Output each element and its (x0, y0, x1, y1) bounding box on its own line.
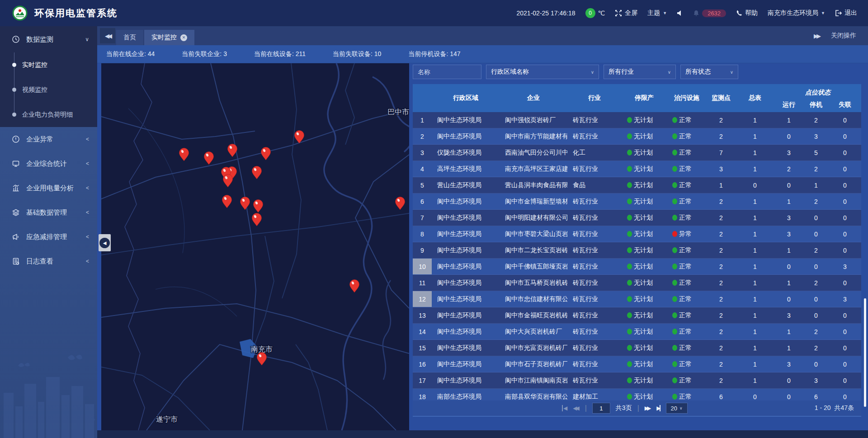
cell-region: 南部生态环境局 (432, 389, 500, 401)
cell-lost: 0 (829, 112, 861, 128)
next-page-button[interactable]: ▶▶ (645, 405, 651, 411)
table-body: 1阆中生态环境局阆中强锐页岩砖厂砖瓦行业无计划正常211202阆中生态环境局阆中… (413, 112, 861, 401)
name-filter-input[interactable] (418, 68, 476, 75)
map-panel[interactable]: 巴中市南充市遂宁市 ◀ (101, 63, 409, 430)
cell-points: 2 (707, 210, 736, 226)
name-filter[interactable] (413, 65, 481, 79)
group-subheaders: 运行停机失联 (774, 98, 861, 112)
sidebar-item-企业综合统计[interactable]: 企业综合统计< (0, 151, 97, 176)
cell-company: 阆中市江南镇阆南页岩 (500, 372, 567, 388)
sidebar-item-基础数据管理[interactable]: 基础数据管理< (0, 200, 97, 225)
table-row[interactable]: 8阆中生态环境局阆中市枣碧大梁山页岩砖瓦行业无计划异常21300 (413, 226, 861, 242)
table-row[interactable]: 7阆中生态环境局阆中明阳建材有限公司砖瓦行业无计划正常21300 (413, 210, 861, 226)
industry-filter-select[interactable]: 所有行业∨ (604, 65, 676, 79)
table-row[interactable]: 12阆中生态环境局阆中市忠信建材有限公砖瓦行业无计划正常21003 (413, 291, 861, 307)
table-row[interactable]: 4高坪生态环境局南充市高坪区王家店建砖瓦行业无计划正常31220 (413, 161, 861, 177)
sidebar-item-日志查看[interactable]: 日志查看< (0, 249, 97, 273)
logout-button[interactable]: 退出 (835, 9, 857, 17)
table-row[interactable]: 17阆中生态环境局阆中市江南镇阆南页岩砖瓦行业无计划正常21030 (413, 372, 861, 389)
tab-首页[interactable]: 首页 (116, 30, 143, 45)
table-row[interactable]: 15阆中生态环境局阆中市光富页岩机砖厂砖瓦行业无计划正常21120 (413, 340, 861, 356)
cell-lost: 0 (829, 389, 861, 401)
cell-stop: 2 (803, 193, 829, 209)
cell-region: 阆中生态环境局 (432, 259, 500, 274)
table-row[interactable]: 13阆中生态环境局阆中市金福旺页岩机砖砖瓦行业无计划正常21300 (413, 307, 861, 324)
tabs-scroll-right-button[interactable]: ▶▶ (814, 33, 819, 39)
table-row[interactable]: 3仪陇生态环境局西南油气田分公司川中化工无计划正常71350 (413, 145, 861, 161)
region-filter-select[interactable]: 行政区域名称∨ (486, 65, 599, 79)
notifications[interactable]: 2632 (693, 9, 726, 17)
cell-industry: 建材加工 (567, 389, 622, 401)
tab-实时监控[interactable]: 实时监控✕ (144, 30, 194, 45)
vertical-scrollbar[interactable] (864, 298, 866, 407)
cell-stop: 5 (803, 145, 829, 160)
cell-points: 6 (707, 389, 736, 401)
announcement-toggle[interactable] (677, 10, 683, 16)
cell-company: 阆中市南方节能建材有 (500, 128, 567, 144)
map-collapse-button[interactable]: ◀ (99, 234, 111, 251)
table-row[interactable]: 5营山生态环境局营山县润丰肉食品有限食品无计划正常10010 (413, 177, 861, 193)
cell-run: 1 (774, 324, 803, 339)
status-dot-icon (672, 150, 677, 155)
map-canvas[interactable]: 巴中市南充市遂宁市 (101, 63, 409, 430)
table-row[interactable]: 6阆中生态环境局阆中市金博瑞新型墙材砖瓦行业无计划正常21120 (413, 193, 861, 210)
table-row[interactable]: 2阆中生态环境局阆中市南方节能建材有砖瓦行业无计划正常21030 (413, 128, 861, 145)
cell-industry: 砖瓦行业 (567, 340, 622, 356)
cell-lost: 0 (829, 210, 861, 226)
sidebar-item-企业用电量分析[interactable]: 企业用电量分析< (0, 176, 97, 200)
table-row[interactable]: 9阆中生态环境局阆中市二龙长宝页岩砖砖瓦行业无计划正常21120 (413, 242, 861, 259)
first-page-button[interactable]: ◀ (562, 405, 567, 411)
column-header-企业[interactable]: 企业 (500, 84, 567, 112)
sidebar-subitem-企业电力负荷明细[interactable]: 企业电力负荷明细 (0, 102, 97, 127)
org-dropdown[interactable]: 南充市生态环境局▼ (768, 9, 825, 17)
help-button[interactable]: 帮助 (736, 9, 758, 17)
status-dot-icon (672, 312, 677, 318)
prev-page-button[interactable]: ◀◀ (573, 405, 579, 411)
cell-points: 2 (707, 242, 736, 258)
column-header-停机[interactable]: 停机 (803, 98, 829, 112)
column-header-治污设施[interactable]: 治污设施 (667, 84, 707, 112)
status-dot-icon (672, 296, 677, 302)
close-icon[interactable]: ✕ (180, 34, 187, 41)
column-header-失联[interactable]: 失联 (829, 98, 861, 112)
cell-points: 2 (707, 356, 736, 372)
page-size-select[interactable]: 20∨ (666, 403, 688, 414)
stat-当前停机设备: 当前停机设备: 147 (408, 50, 460, 58)
column-header-行业[interactable]: 行业 (567, 84, 622, 112)
table-row[interactable]: 14阆中生态环境局阆中大兴页岩机砖厂砖瓦行业无计划正常21120 (413, 324, 861, 340)
close-operations-button[interactable]: 关闭操作 (831, 32, 856, 40)
cell-company: 阆中千佛镇五郎垭页岩 (500, 259, 567, 274)
column-header-停限产[interactable]: 停限产 (622, 84, 667, 112)
sidebar-item-应急减排管理[interactable]: 应急减排管理< (0, 225, 97, 249)
chevron-down-icon: ∨ (679, 406, 683, 410)
tabs-scroll-left-button[interactable]: ◀◀ (100, 28, 115, 43)
column-header-运行[interactable]: 运行 (774, 98, 803, 112)
pagination-controls: ◀ ◀◀ | 共3页 | ▶▶ ▶ 20∨ (562, 403, 688, 414)
table-row[interactable]: 1阆中生态环境局阆中强锐页岩砖厂砖瓦行业无计划正常21120 (413, 112, 861, 128)
table-row[interactable]: 11阆中生态环境局阆中市五马桥页岩机砖砖瓦行业无计划正常21120 (413, 275, 861, 291)
cell-limit: 无计划 (622, 372, 667, 388)
sidebar-item-企业异常[interactable]: 企业异常< (0, 127, 97, 151)
sidebar-item-数据监测[interactable]: 数据监测∨ (0, 26, 97, 52)
fullscreen-button[interactable]: 全屏 (615, 9, 637, 17)
notification-badge: 2632 (702, 9, 726, 17)
page-number-input[interactable] (592, 403, 610, 414)
last-page-button[interactable]: ▶ (656, 405, 660, 411)
table-row[interactable]: 16阆中生态环境局阆中市石子页岩机砖厂砖瓦行业无计划正常21300 (413, 356, 861, 372)
status-dot-icon (627, 394, 632, 400)
cell-points: 1 (707, 177, 736, 193)
sidebar-subitem-视频监控[interactable]: 视频监控 (0, 77, 97, 102)
theme-dropdown[interactable]: 主题▼ (647, 9, 667, 17)
cell-industry: 砖瓦行业 (567, 226, 622, 242)
sidebar-subitem-实时监控[interactable]: 实时监控 (0, 52, 97, 77)
status-filter-select[interactable]: 所有状态∨ (680, 65, 738, 79)
cell-region: 阆中生态环境局 (432, 112, 500, 128)
column-header-总表[interactable]: 总表 (736, 84, 774, 112)
cell-lost: 0 (829, 324, 861, 339)
column-header-行政区域[interactable]: 行政区域 (432, 84, 500, 112)
cell-meters: 1 (736, 291, 774, 307)
table-row[interactable]: 10阆中生态环境局阆中千佛镇五郎垭页岩砖瓦行业无计划正常21003 (413, 259, 861, 275)
column-header-监测点[interactable]: 监测点 (707, 84, 736, 112)
table-row[interactable]: 18南部生态环境局南部县双华页岩有限公建材加工无计划正常60060 (413, 389, 861, 401)
status-dot-icon (627, 166, 632, 172)
